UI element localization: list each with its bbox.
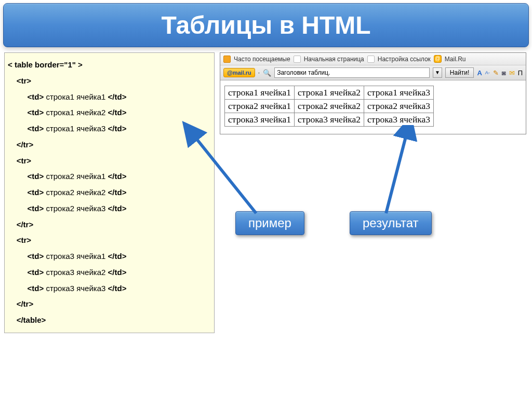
mailru-badge[interactable]: @mail.ru bbox=[223, 68, 255, 77]
code-text: < table border="1" > bbox=[8, 60, 83, 69]
svg-line-3 bbox=[386, 133, 407, 213]
content-area: < table border="1" > <tr> <td> строка1 я… bbox=[0, 52, 532, 333]
code-text: </td> bbox=[108, 204, 127, 213]
bookmark-icon[interactable] bbox=[223, 56, 231, 63]
code-text: </td> bbox=[108, 188, 127, 197]
browser-window: Часто посещаемые Начальная страница Наст… bbox=[220, 52, 526, 134]
table-cell: строка3 ячейка1 bbox=[225, 113, 295, 127]
code-text: </td> bbox=[108, 284, 127, 293]
camera-icon[interactable]: ◙ bbox=[502, 69, 506, 77]
separator-icon: · bbox=[258, 69, 260, 76]
code-text: строка1 ячейка1 bbox=[46, 92, 105, 101]
code-text: строка2 ячейка1 bbox=[46, 172, 105, 181]
toolbar-text: П bbox=[518, 69, 523, 77]
text-size-minus-icon: A- bbox=[485, 70, 490, 75]
table-cell: строка2 ячейка1 bbox=[225, 100, 295, 113]
table-cell: строка1 ячейка3 bbox=[364, 86, 434, 100]
bookmark-icon[interactable] bbox=[294, 56, 301, 63]
toolbar-link[interactable]: Начальная страница bbox=[304, 56, 364, 63]
code-text: строка3 ячейка2 bbox=[46, 268, 105, 277]
mailru-icon[interactable]: @ bbox=[434, 55, 442, 63]
code-text: </tr> bbox=[17, 220, 34, 229]
code-text: <td> bbox=[28, 124, 44, 133]
code-example-panel: < table border="1" > <tr> <td> строка1 я… bbox=[4, 52, 215, 333]
toolbar-link[interactable]: Настройка ссылок bbox=[378, 56, 431, 63]
browser-search-toolbar: @mail.ru · 🔍 ▼ Найти! AA- ✎ ◙ ✉ П bbox=[220, 65, 526, 80]
result-label: результат bbox=[350, 211, 432, 235]
result-output: строка1 ячейка1 строка1 ячейка2 строка1 … bbox=[220, 80, 526, 134]
code-text: <td> bbox=[28, 92, 44, 101]
table-row: строка1 ячейка1 строка1 ячейка2 строка1 … bbox=[225, 86, 434, 100]
code-text: <td> bbox=[28, 284, 44, 293]
code-text: <td> bbox=[28, 252, 44, 260]
pencil-icon[interactable]: ✎ bbox=[493, 69, 499, 77]
result-panel: Часто посещаемые Начальная страница Наст… bbox=[220, 52, 528, 333]
find-button[interactable]: Найти! bbox=[445, 67, 474, 78]
code-text: </td> bbox=[108, 108, 127, 117]
code-text: <tr> bbox=[17, 76, 31, 85]
code-text: <tr> bbox=[17, 156, 31, 165]
slide-title: Таблицы в HTML bbox=[3, 3, 529, 47]
search-icon[interactable]: 🔍 bbox=[263, 69, 271, 77]
table-cell: строка3 ячейка3 bbox=[364, 113, 434, 127]
code-text: строка1 ячейка2 bbox=[46, 108, 105, 117]
code-text: </tr> bbox=[17, 299, 34, 308]
code-text: строка3 ячейка3 bbox=[46, 284, 105, 293]
code-text: <tr> bbox=[17, 236, 31, 244]
code-text: </td> bbox=[108, 172, 127, 181]
code-text: строка3 ячейка1 bbox=[46, 252, 105, 260]
code-text: строка1 ячейка3 bbox=[46, 124, 105, 133]
search-input[interactable] bbox=[274, 67, 430, 78]
code-text: </td> bbox=[108, 92, 127, 101]
table-cell: строка1 ячейка2 bbox=[295, 86, 364, 100]
code-text: <td> bbox=[28, 108, 44, 117]
toolbar-link[interactable]: Часто посещаемые bbox=[234, 56, 290, 63]
code-text: </tr> bbox=[17, 140, 34, 149]
bookmark-icon[interactable] bbox=[367, 56, 375, 63]
text-size-icon[interactable]: A bbox=[477, 69, 482, 77]
code-text: <td> bbox=[28, 204, 44, 213]
table-cell: строка2 ячейка3 bbox=[364, 100, 434, 113]
code-text: </td> bbox=[108, 252, 127, 260]
code-text: строка2 ячейка2 bbox=[46, 188, 105, 197]
dropdown-button[interactable]: ▼ bbox=[433, 67, 442, 78]
arrow-icon bbox=[365, 125, 428, 224]
table-cell: строка1 ячейка1 bbox=[225, 86, 295, 100]
table-cell: строка2 ячейка2 bbox=[295, 100, 364, 113]
code-text: <td> bbox=[28, 188, 44, 197]
code-text: </table> bbox=[17, 315, 46, 324]
code-text: </td> bbox=[108, 268, 127, 277]
code-text: <td> bbox=[28, 268, 44, 277]
code-text: строка2 ячейка3 bbox=[46, 204, 105, 213]
mail-icon[interactable]: ✉ bbox=[509, 69, 515, 77]
code-text: </td> bbox=[108, 124, 127, 133]
code-text: <td> bbox=[28, 172, 44, 181]
table-cell: строка3 ячейка2 bbox=[295, 113, 364, 127]
example-label: пример bbox=[235, 211, 304, 235]
table-row: строка3 ячейка1 строка3 ячейка2 строка3 … bbox=[225, 113, 434, 127]
toolbar-link[interactable]: Mail.Ru bbox=[445, 56, 466, 63]
table-row: строка2 ячейка1 строка2 ячейка2 строка2 … bbox=[225, 100, 434, 113]
rendered-table: строка1 ячейка1 строка1 ячейка2 строка1 … bbox=[224, 86, 434, 127]
browser-bookmarks-toolbar: Часто посещаемые Начальная страница Наст… bbox=[220, 53, 526, 65]
